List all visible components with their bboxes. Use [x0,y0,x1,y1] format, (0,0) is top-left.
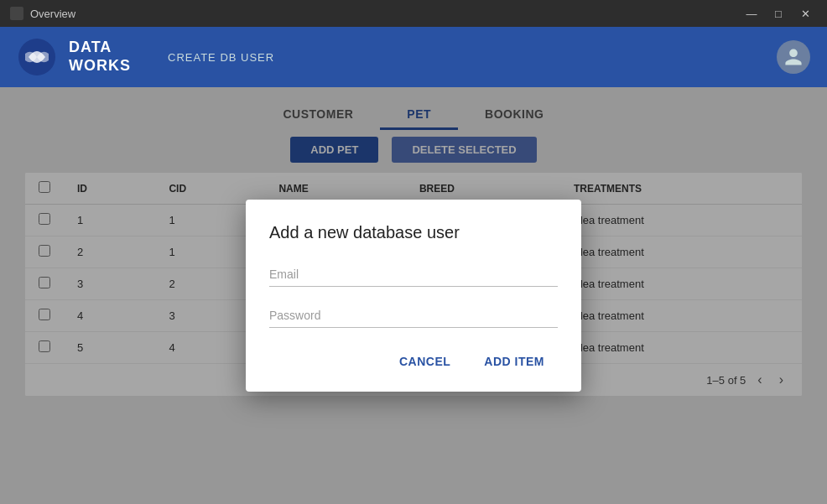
svg-rect-0 [10,7,23,20]
dialog-title: Add a new database user [269,223,558,242]
title-bar: Overview — □ ✕ [0,0,827,27]
add-item-button[interactable]: ADD ITEM [471,348,558,375]
close-button[interactable]: ✕ [793,4,817,23]
window-controls: — □ ✕ [740,4,817,23]
email-input[interactable] [269,262,558,287]
logo-icon [17,37,57,77]
main-content: CUSTOMER PET BOOKING ADD PET DELETE SELE… [0,87,827,504]
app-icon [10,7,23,20]
maximize-button[interactable]: □ [767,4,790,23]
password-field-container [269,304,558,328]
avatar[interactable] [777,40,810,74]
email-field-container [269,262,558,287]
window-title: Overview [30,8,75,20]
header-subtitle: CREATE DB USER [168,51,274,64]
app-header: DATA WORKS CREATE DB USER [0,27,827,87]
cancel-button[interactable]: CANCEL [386,348,464,375]
add-user-dialog: Add a new database user CANCEL ADD ITEM [246,200,581,392]
minimize-button[interactable]: — [740,4,763,23]
app-name: DATA WORKS [69,39,131,75]
modal-overlay[interactable]: Add a new database user CANCEL ADD ITEM [0,87,827,504]
password-input[interactable] [269,304,558,328]
dialog-actions: CANCEL ADD ITEM [269,348,558,375]
